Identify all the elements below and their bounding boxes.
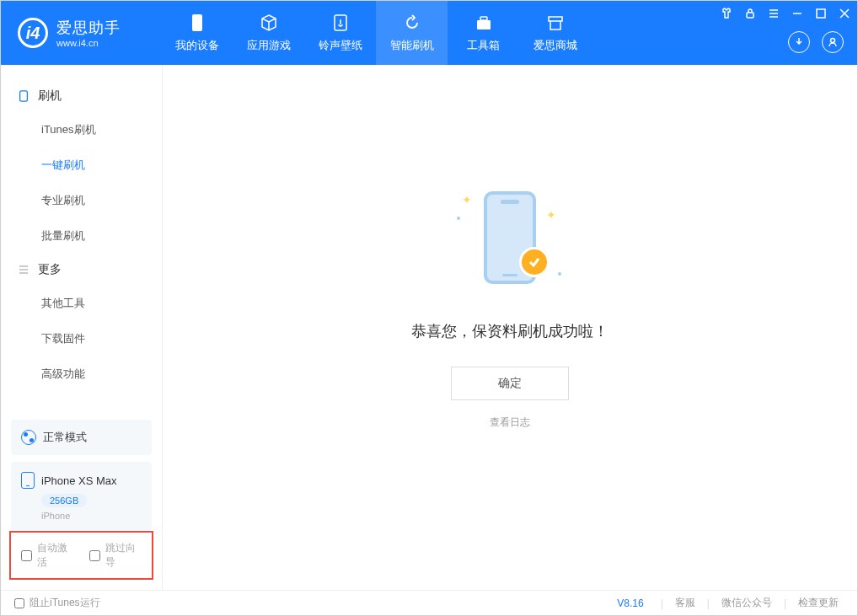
sidebar-item-oneclick-flash[interactable]: 一键刷机 <box>1 147 162 183</box>
nav-apps-games[interactable]: 应用游戏 <box>233 1 304 65</box>
sidebar-group-flash: 刷机 <box>1 80 162 112</box>
music-icon <box>330 13 351 33</box>
close-button[interactable] <box>839 8 850 19</box>
footer-link-support[interactable]: 客服 <box>670 596 700 610</box>
dot-icon <box>457 217 460 220</box>
footer-link-update[interactable]: 检查更新 <box>793 596 844 610</box>
confirm-button[interactable]: 确定 <box>451 367 569 400</box>
device-type: iPhone <box>41 511 142 521</box>
main-content: ✦ ✦ 恭喜您，保资料刷机成功啦！ 确定 查看日志 <box>163 65 857 590</box>
toolbox-icon <box>474 13 494 33</box>
lock-icon[interactable] <box>744 8 756 19</box>
sidebar-item-batch-flash[interactable]: 批量刷机 <box>1 218 162 254</box>
svg-rect-7 <box>20 91 28 101</box>
app-url: www.i4.cn <box>56 38 121 48</box>
status-bar: 阻止iTunes运行 V8.16 | 客服 | 微信公众号 | 检查更新 <box>1 590 857 615</box>
store-icon <box>545 13 566 33</box>
nav-toolbox[interactable]: 工具箱 <box>448 1 519 65</box>
sidebar-item-itunes-flash[interactable]: iTunes刷机 <box>1 112 162 147</box>
device-card[interactable]: iPhone XS Max 256GB iPhone <box>11 462 152 531</box>
version-label: V8.16 <box>617 597 643 609</box>
svg-rect-0 <box>192 14 202 31</box>
device-icon <box>187 13 207 33</box>
maximize-button[interactable] <box>815 8 827 19</box>
success-message: 恭喜您，保资料刷机成功啦！ <box>411 321 609 341</box>
dot-icon <box>558 272 561 276</box>
nav-store[interactable]: 爱思商城 <box>519 1 591 65</box>
checkmark-badge-icon <box>519 247 550 277</box>
header-actions <box>788 31 844 53</box>
sidebar-item-other-tools[interactable]: 其他工具 <box>1 286 162 321</box>
checkbox-skip-wizard-input[interactable] <box>89 550 100 561</box>
top-nav: 我的设备 应用游戏 铃声壁纸 智能刷机 工具箱 爱思商城 <box>161 1 591 65</box>
download-button[interactable] <box>788 31 810 53</box>
sparkle-icon: ✦ <box>462 193 472 206</box>
svg-rect-5 <box>817 9 825 18</box>
minimize-button[interactable] <box>791 8 803 19</box>
mode-card[interactable]: 正常模式 <box>11 420 152 455</box>
user-button[interactable] <box>822 31 844 53</box>
checkbox-auto-activate-input[interactable] <box>21 550 32 561</box>
mode-label: 正常模式 <box>43 430 87 445</box>
sidebar: 刷机 iTunes刷机 一键刷机 专业刷机 批量刷机 更多 其他工具 下载固件 … <box>1 65 163 590</box>
menu-icon <box>18 264 29 276</box>
highlighted-options: 自动激活 跳过向导 <box>9 531 153 580</box>
view-log-link[interactable]: 查看日志 <box>490 415 530 430</box>
checkbox-block-itunes[interactable]: 阻止iTunes运行 <box>14 596 100 610</box>
menu-icon[interactable] <box>768 8 780 19</box>
storage-badge: 256GB <box>41 494 87 507</box>
nav-ringtone-wallpaper[interactable]: 铃声壁纸 <box>304 1 376 65</box>
checkbox-block-itunes-input[interactable] <box>14 598 24 608</box>
mode-icon <box>21 430 36 445</box>
app-name: 爱思助手 <box>56 18 121 38</box>
svg-rect-2 <box>477 20 491 29</box>
sidebar-item-download-firmware[interactable]: 下载固件 <box>1 321 162 356</box>
nav-smart-flash[interactable]: 智能刷机 <box>376 1 448 65</box>
phone-icon <box>21 472 35 489</box>
logo-area: i4 爱思助手 www.i4.cn <box>1 18 161 48</box>
logo-icon: i4 <box>18 18 48 48</box>
svg-point-6 <box>831 39 835 43</box>
footer-link-wechat[interactable]: 微信公众号 <box>716 596 777 610</box>
success-illustration: ✦ ✦ <box>447 174 573 301</box>
cube-icon <box>259 13 279 33</box>
checkbox-skip-wizard[interactable]: 跳过向导 <box>89 541 142 570</box>
sidebar-item-pro-flash[interactable]: 专业刷机 <box>1 183 162 218</box>
svg-rect-4 <box>747 13 753 18</box>
sidebar-item-advanced[interactable]: 高级功能 <box>1 356 162 392</box>
refresh-icon <box>402 13 422 33</box>
sidebar-group-more: 更多 <box>1 254 162 286</box>
phone-icon <box>18 90 29 102</box>
window-controls <box>721 8 850 19</box>
checkbox-auto-activate[interactable]: 自动激活 <box>21 541 74 570</box>
svg-rect-3 <box>480 17 487 20</box>
nav-my-device[interactable]: 我的设备 <box>161 1 233 65</box>
shirt-icon[interactable] <box>721 8 732 19</box>
app-header: i4 爱思助手 www.i4.cn 我的设备 应用游戏 铃声壁纸 智能刷机 工具… <box>1 1 857 65</box>
device-name: iPhone XS Max <box>41 474 117 487</box>
sparkle-icon: ✦ <box>546 208 556 222</box>
